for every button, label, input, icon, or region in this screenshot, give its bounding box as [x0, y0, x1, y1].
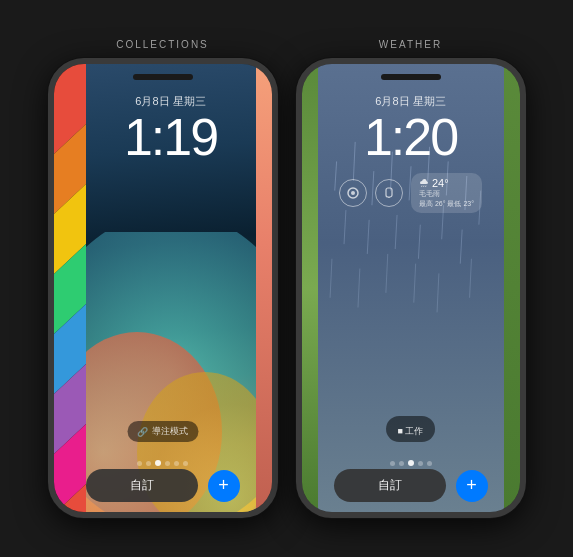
- coral-strip: [256, 64, 272, 512]
- right-phone: 6月8日 星期三 1:20: [296, 58, 526, 518]
- collections-screen: 6月8日 星期三 1:19 🔗 導注模式: [54, 64, 272, 512]
- right-phone-label: WEATHER: [379, 39, 442, 50]
- left-phone-wrapper: COLLECTIONS: [48, 39, 278, 518]
- right-date: 6月8日 星期三: [375, 94, 445, 109]
- cloud-rain-icon: [419, 178, 429, 188]
- main-container: COLLECTIONS: [48, 39, 526, 518]
- svg-line-38: [421, 186, 422, 188]
- left-date: 6月8日 星期三: [135, 94, 205, 109]
- weather-widgets-row: 24° 毛毛雨 最高 26° 最低 23°: [339, 173, 482, 213]
- weather-temp: 24°: [432, 177, 449, 189]
- work-badge-text: ■ 工作: [398, 426, 424, 436]
- widget-circle-1: [339, 179, 367, 207]
- weather-card: 6月8日 星期三 1:20: [318, 64, 504, 512]
- right-bottom-bar: 自訂 +: [302, 463, 520, 502]
- weather-right-strip: [504, 64, 520, 512]
- right-phone-wrapper: WEATHER: [296, 39, 526, 518]
- right-add-button[interactable]: +: [456, 470, 488, 502]
- collections-lock-card: 6月8日 星期三 1:19: [86, 64, 256, 512]
- focus-badge: 🔗 導注模式: [127, 421, 198, 442]
- work-badge: ■ 工作: [386, 416, 436, 442]
- right-customize-button[interactable]: 自訂: [334, 469, 446, 502]
- left-time: 1:19: [124, 111, 217, 163]
- focus-icon: 🔗: [137, 427, 148, 437]
- left-add-button[interactable]: +: [208, 470, 240, 502]
- left-customize-button[interactable]: 自訂: [86, 469, 198, 502]
- svg-point-35: [351, 191, 355, 195]
- widget-circle-2: [375, 179, 403, 207]
- svg-line-39: [423, 186, 424, 188]
- left-phone: 6月8日 星期三 1:19 🔗 導注模式: [48, 58, 278, 518]
- widget-weather-info: 24° 毛毛雨 最高 26° 最低 23°: [411, 173, 482, 213]
- left-phone-label: COLLECTIONS: [116, 39, 209, 50]
- weather-desc1: 毛毛雨: [419, 189, 474, 199]
- weather-left-strip: [302, 64, 318, 512]
- weather-screen: 6月8日 星期三 1:20: [302, 64, 520, 512]
- right-time: 1:20: [364, 111, 457, 163]
- left-bottom-bar: 自訂 +: [54, 463, 272, 502]
- rainbow-stripe: [54, 64, 86, 512]
- svg-line-40: [425, 186, 426, 188]
- focus-badge-text: 導注模式: [152, 425, 188, 438]
- weather-desc2: 最高 26° 最低 23°: [419, 199, 474, 209]
- svg-rect-36: [386, 188, 392, 197]
